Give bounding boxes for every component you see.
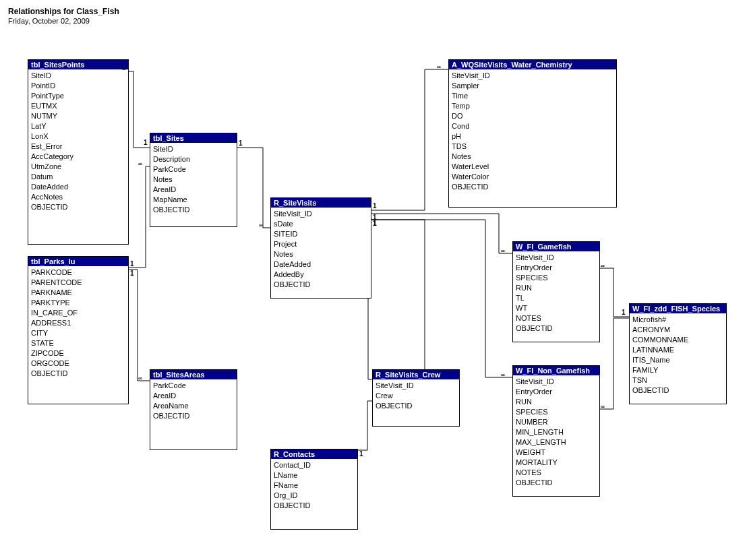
table-field[interactable]: ParkCode — [153, 164, 234, 175]
table-tbl_SitesAreas[interactable]: tbl_SitesAreasParkCodeAreaIDAreaNameOBJE… — [150, 369, 237, 450]
table-field[interactable]: AccCategory — [31, 152, 125, 162]
table-field[interactable]: PointType — [31, 91, 125, 101]
table-field[interactable]: MAX_LENGTH — [516, 437, 597, 447]
table-field[interactable]: Crew — [376, 391, 456, 401]
table-field[interactable]: COMMONNAME — [632, 335, 723, 345]
table-field[interactable]: AreaID — [153, 391, 234, 401]
table-field[interactable]: NOTES — [516, 313, 597, 323]
table-field[interactable]: SiteID — [153, 144, 234, 154]
table-field[interactable]: OBJECTID — [516, 478, 597, 488]
table-field[interactable]: IN_CARE_OF — [31, 308, 125, 318]
table-tbl_Sites[interactable]: tbl_SitesSiteIDDescriptionParkCodeNotesA… — [150, 133, 237, 227]
table-field[interactable]: DateAdded — [31, 182, 125, 192]
table-field[interactable]: DO — [452, 111, 613, 121]
table-field[interactable]: AreaName — [153, 401, 234, 411]
table-field[interactable]: ParkCode — [153, 381, 234, 391]
table-W_FI_zdd_FISH_Species[interactable]: W_FI_zdd_FISH_SpeciesMicrofish#ACRONYMCO… — [629, 303, 727, 404]
table-field[interactable]: ADDRESS1 — [31, 318, 125, 328]
table-field[interactable]: OBJECTID — [31, 369, 125, 379]
table-field[interactable]: ITIS_Name — [632, 355, 723, 365]
table-field[interactable]: MORTALITY — [516, 458, 597, 468]
table-field[interactable]: UtmZone — [31, 162, 125, 172]
table-field[interactable]: SiteVisit_ID — [516, 253, 597, 263]
table-field[interactable]: OBJECTID — [632, 385, 723, 396]
table-field[interactable]: Cond — [452, 121, 613, 131]
table-field[interactable]: Org_ID — [274, 491, 355, 501]
table-A_WQSiteVisits_Water_Chemistry[interactable]: A_WQSiteVisits_Water_ChemistrySiteVisit_… — [448, 59, 617, 208]
table-R_SiteVisits_Crew[interactable]: R_SiteVisits_CrewSiteVisit_IDCrewOBJECTI… — [372, 369, 460, 427]
table-field[interactable]: pH — [452, 131, 613, 142]
table-field[interactable]: RUN — [516, 397, 597, 407]
table-field[interactable]: SiteVisit_ID — [452, 71, 613, 81]
table-field[interactable]: Sampler — [452, 81, 613, 91]
table-R_SiteVisits[interactable]: R_SiteVisitsSiteVisit_IDsDateSITEIDProje… — [270, 197, 371, 299]
table-field[interactable]: STATE — [31, 338, 125, 348]
table-field[interactable]: OBJECTID — [452, 182, 613, 192]
table-W_FI_Non_Gamefish[interactable]: W_FI_Non_GamefishSiteVisit_IDEntryOrderR… — [512, 365, 600, 497]
table-title[interactable]: W_FI_Gamefish — [513, 242, 599, 251]
table-field[interactable]: SiteVisit_ID — [516, 377, 597, 387]
table-field[interactable]: SiteVisit_ID — [376, 381, 456, 391]
table-field[interactable]: Notes — [452, 152, 613, 162]
table-field[interactable]: EUTMX — [31, 101, 125, 111]
table-field[interactable]: LatY — [31, 121, 125, 131]
table-field[interactable]: PARKCODE — [31, 268, 125, 278]
table-field[interactable]: SiteID — [31, 71, 125, 81]
table-field[interactable]: OBJECTID — [376, 401, 456, 411]
table-field[interactable]: DateAdded — [274, 259, 368, 270]
table-field[interactable]: PARENTCODE — [31, 278, 125, 288]
table-field[interactable]: AddedBy — [274, 270, 368, 280]
table-field[interactable]: OBJECTID — [274, 501, 355, 511]
table-field[interactable]: TL — [516, 293, 597, 303]
table-field[interactable]: Notes — [153, 175, 234, 185]
table-field[interactable]: Project — [274, 239, 368, 249]
table-tbl_Parks_lu[interactable]: tbl_Parks_luPARKCODEPARENTCODEPARKNAMEPA… — [28, 256, 129, 404]
table-field[interactable]: Est_Error — [31, 142, 125, 152]
table-field[interactable]: WaterColor — [452, 172, 613, 182]
table-field[interactable]: MIN_LENGTH — [516, 427, 597, 437]
table-field[interactable]: PointID — [31, 81, 125, 91]
table-title[interactable]: R_SiteVisits — [271, 198, 371, 208]
table-field[interactable]: Contact_ID — [274, 460, 355, 470]
table-tbl_SitesPoints[interactable]: tbl_SitesPointsSiteIDPointIDPointTypeEUT… — [28, 59, 129, 245]
table-field[interactable]: WT — [516, 303, 597, 313]
table-title[interactable]: R_Contacts — [271, 449, 357, 459]
table-field[interactable]: ACRONYM — [632, 325, 723, 335]
table-title[interactable]: R_SiteVisits_Crew — [373, 370, 459, 379]
table-field[interactable]: WEIGHT — [516, 447, 597, 458]
table-field[interactable]: Microfish# — [632, 315, 723, 325]
table-field[interactable]: TDS — [452, 142, 613, 152]
table-field[interactable]: SPECIES — [516, 273, 597, 283]
table-field[interactable]: AccNotes — [31, 192, 125, 202]
table-field[interactable]: Temp — [452, 101, 613, 111]
table-field[interactable]: PARKTYPE — [31, 298, 125, 308]
table-field[interactable]: ORGCODE — [31, 359, 125, 369]
table-title[interactable]: W_FI_Non_Gamefish — [513, 366, 599, 375]
table-field[interactable]: EntryOrder — [516, 387, 597, 397]
table-R_Contacts[interactable]: R_ContactsContact_IDLNameFNameOrg_IDOBJE… — [270, 449, 358, 530]
table-field[interactable]: SITEID — [274, 229, 368, 239]
table-title[interactable]: tbl_SitesPoints — [28, 60, 128, 69]
table-field[interactable]: PARKNAME — [31, 288, 125, 298]
table-field[interactable]: LName — [274, 470, 355, 480]
table-field[interactable]: EntryOrder — [516, 263, 597, 273]
table-field[interactable]: sDate — [274, 219, 368, 229]
table-field[interactable]: ZIPCODE — [31, 348, 125, 359]
table-field[interactable]: CITY — [31, 328, 125, 338]
table-field[interactable]: NUMBER — [516, 417, 597, 427]
table-field[interactable]: Notes — [274, 249, 368, 259]
table-field[interactable]: WaterLevel — [452, 162, 613, 172]
table-W_FI_Gamefish[interactable]: W_FI_GamefishSiteVisit_IDEntryOrderSPECI… — [512, 241, 600, 342]
table-field[interactable]: Time — [452, 91, 613, 101]
table-title[interactable]: W_FI_zdd_FISH_Species — [630, 304, 726, 313]
table-field[interactable]: OBJECTID — [274, 280, 368, 290]
table-field[interactable]: FAMILY — [632, 365, 723, 375]
table-title[interactable]: tbl_Sites — [150, 133, 237, 143]
table-field[interactable]: NUTMY — [31, 111, 125, 121]
table-field[interactable]: OBJECTID — [153, 411, 234, 421]
table-title[interactable]: tbl_Parks_lu — [28, 257, 128, 266]
table-field[interactable]: OBJECTID — [516, 323, 597, 334]
table-field[interactable]: AreaID — [153, 185, 234, 195]
table-field[interactable]: FName — [274, 480, 355, 491]
table-field[interactable]: OBJECTID — [31, 202, 125, 212]
